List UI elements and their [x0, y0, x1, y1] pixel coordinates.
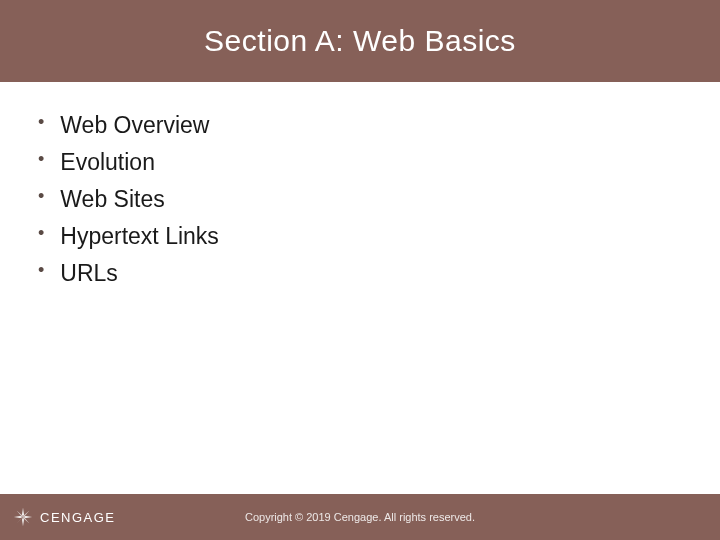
- list-item: • Hypertext Links: [38, 221, 720, 252]
- bullet-icon: •: [38, 147, 44, 172]
- copyright-text: Copyright © 2019 Cengage. All rights res…: [245, 511, 475, 523]
- list-item: • Web Overview: [38, 110, 720, 141]
- brand-logo: CENGAGE: [12, 506, 116, 528]
- list-item: • URLs: [38, 258, 720, 289]
- bullet-icon: •: [38, 110, 44, 135]
- content-area: • Web Overview • Evolution • Web Sites •…: [0, 82, 720, 289]
- bullet-icon: •: [38, 258, 44, 283]
- bullet-text: Evolution: [60, 147, 155, 178]
- bullet-list: • Web Overview • Evolution • Web Sites •…: [38, 110, 720, 289]
- bullet-text: URLs: [60, 258, 118, 289]
- bullet-text: Web Overview: [60, 110, 209, 141]
- brand-text: CENGAGE: [40, 510, 116, 525]
- list-item: • Evolution: [38, 147, 720, 178]
- header-band: Section A: Web Basics: [0, 0, 720, 82]
- bullet-text: Web Sites: [60, 184, 164, 215]
- footer-band: CENGAGE Copyright © 2019 Cengage. All ri…: [0, 494, 720, 540]
- list-item: • Web Sites: [38, 184, 720, 215]
- bullet-text: Hypertext Links: [60, 221, 219, 252]
- bullet-icon: •: [38, 184, 44, 209]
- slide-title: Section A: Web Basics: [204, 24, 516, 58]
- bullet-icon: •: [38, 221, 44, 246]
- cengage-star-icon: [12, 506, 34, 528]
